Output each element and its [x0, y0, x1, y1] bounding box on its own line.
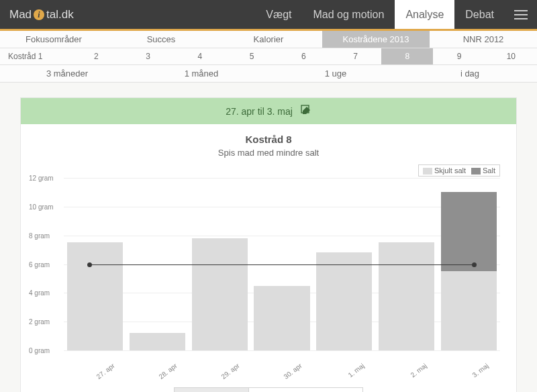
nav-debat[interactable]: Debat [454, 0, 505, 29]
subnav-range: 3 måneder 1 måned 1 uge i dag [0, 65, 537, 83]
subnav-categories: Fokusområder Succes Kalorier Kostrådene … [0, 31, 537, 48]
subnav-kalorier[interactable]: Kalorier [215, 31, 322, 48]
subnav-tips: Kostråd 1 2 3 4 5 6 7 8 9 10 [0, 48, 537, 65]
tip-5[interactable]: 5 [226, 48, 277, 64]
tip-10[interactable]: 10 [485, 48, 537, 64]
hamburger-icon[interactable] [505, 0, 537, 29]
tip-2[interactable]: 2 [70, 48, 122, 64]
group-by-label: Vis søjlerne pr. [174, 387, 249, 392]
date-range-bar: 27. apr til 3. maj [21, 98, 516, 124]
y-tick-label: 6 gram [29, 260, 50, 268]
tip-4[interactable]: 4 [174, 48, 226, 64]
group-by-select[interactable]: dag [249, 387, 363, 392]
subnav-nnr[interactable]: NNR 2012 [430, 31, 537, 48]
bar-seg-salt [441, 192, 497, 271]
chart-subtitle: Spis mad med mindre salt [21, 145, 516, 163]
tip-1[interactable]: Kostråd 1 [0, 48, 70, 64]
nav-vaegt[interactable]: Vægt [255, 0, 302, 29]
edit-date-icon[interactable] [301, 105, 311, 117]
range-1w[interactable]: 1 uge [268, 65, 403, 82]
chart-card: 27. apr til 3. maj Kostråd 8 Spis mad me… [20, 97, 517, 392]
brand-prefix: Mad [9, 8, 32, 21]
bar-seg-skjult [379, 242, 434, 350]
svg-rect-2 [514, 10, 528, 11]
chart-title: Kostråd 8 [21, 124, 516, 145]
bar-seg-skjult [67, 242, 123, 350]
y-tick-label: 0 gram [29, 347, 50, 354]
chart-legend: Skjult salt Salt [418, 164, 500, 177]
y-tick-label: 12 gram [29, 175, 54, 182]
x-labels: 27. apr28. apr29. apr30. apr1. maj2. maj… [64, 362, 500, 369]
y-tick-label: 2 gram [29, 318, 50, 326]
y-tick-label: 10 gram [29, 203, 54, 210]
date-range-text: 27. apr til 3. maj [226, 106, 293, 117]
range-today[interactable]: i dag [403, 65, 537, 82]
y-tick-label: 8 gram [29, 232, 50, 239]
gridline [64, 350, 500, 351]
reference-line [90, 264, 474, 265]
tip-9[interactable]: 9 [433, 48, 485, 64]
legend-skjult: Skjult salt [423, 166, 466, 175]
bar-seg-skjult [316, 252, 372, 350]
brand-suffix: tal.dk [46, 8, 74, 21]
subnav-succes[interactable]: Succes [107, 31, 215, 48]
bar-seg-skjult [441, 271, 497, 350]
chart-area: Skjult salt Salt 0 gram2 gram4 gram6 gra… [64, 163, 500, 364]
top-nav: Mad i tal.dk Vægt Mad og motion Analyse … [0, 0, 537, 31]
tip-8[interactable]: 8 [381, 48, 433, 64]
subnav-fokus[interactable]: Fokusområder [0, 31, 107, 48]
tip-3[interactable]: 3 [122, 48, 174, 64]
legend-salt: Salt [471, 166, 495, 175]
tip-6[interactable]: 6 [278, 48, 330, 64]
nav-mad-og-motion[interactable]: Mad og motion [303, 0, 395, 29]
bar-seg-skjult [130, 333, 185, 350]
range-3m[interactable]: 3 måneder [0, 65, 134, 82]
bar-seg-skjult [254, 286, 309, 350]
bar-seg-skjult [192, 238, 248, 350]
nav-analyse[interactable]: Analyse [395, 0, 454, 29]
range-1m[interactable]: 1 måned [134, 65, 268, 82]
y-tick-label: 4 gram [29, 289, 50, 297]
svg-rect-3 [514, 14, 528, 15]
info-icon: i [33, 9, 45, 21]
tip-7[interactable]: 7 [330, 48, 381, 64]
subnav-kostraadene[interactable]: Kostrådene 2013 [322, 31, 430, 48]
chart-plot: 0 gram2 gram4 gram6 gram8 gram10 gram12 … [64, 178, 500, 351]
svg-rect-4 [514, 18, 528, 19]
brand[interactable]: Mad i tal.dk [0, 0, 83, 29]
